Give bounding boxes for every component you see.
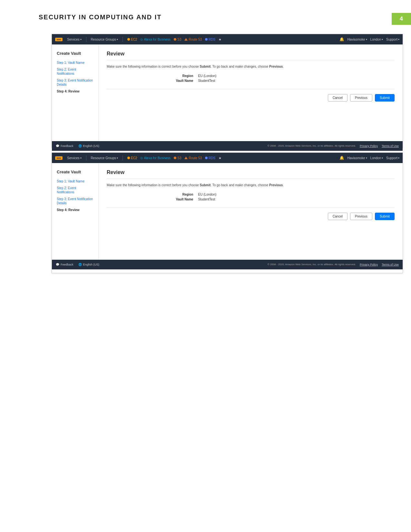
- nav-user[interactable]: Haviasmoke ▾: [347, 38, 367, 41]
- feedback-icon-2: 💬: [56, 263, 59, 266]
- privacy-policy-link[interactable]: Privacy Policy: [360, 144, 378, 148]
- ec2-icon: [127, 38, 130, 41]
- sidebar-2-step-2[interactable]: Step 2: Event Notifications: [57, 186, 93, 194]
- sidebar: Create Vault Step 1: Vault Name Step 2: …: [52, 44, 99, 141]
- sidebar-title-2: Create Vault: [57, 169, 93, 174]
- nav-separator: [86, 37, 86, 42]
- route53-icon: [184, 38, 188, 41]
- nav-bell-icon[interactable]: 🔔: [339, 37, 344, 42]
- nav-alexa-2[interactable]: ⊙ Alexa for Business: [140, 156, 171, 160]
- nav-ec2-2[interactable]: EC2: [127, 156, 137, 160]
- cancel-button[interactable]: Cancel: [328, 94, 347, 102]
- console-body-2: Create Vault Step 1: Vault Name Step 2: …: [52, 163, 403, 260]
- sidebar-step-1[interactable]: Step 1: Vault Name: [57, 61, 93, 65]
- nav-resource-groups[interactable]: Resource Groups ▾: [91, 38, 118, 41]
- footer-right-2: © 2008 - 2020, Amazon Web Services, Inc.…: [268, 263, 399, 266]
- submit-button-2[interactable]: Submit: [375, 213, 395, 220]
- nav-route53[interactable]: Route 53: [184, 38, 202, 41]
- main-content-2: Review Make sure the following informati…: [99, 163, 403, 260]
- copyright-text-2: © 2008 - 2020, Amazon Web Services, Inc.…: [268, 263, 356, 266]
- nav-ec2[interactable]: EC2: [127, 38, 137, 41]
- nav-region-2[interactable]: London ▾: [370, 156, 383, 160]
- region-label-2: Region: [164, 193, 193, 196]
- terms-of-use-link[interactable]: Terms of Use: [382, 144, 399, 148]
- footer-right: © 2008 - 2020, Amazon Web Services, Inc.…: [268, 144, 399, 148]
- nav-s3[interactable]: S3: [174, 38, 181, 41]
- nav-right: 🔔 Haviasmoke ▾ London ▾ Support ▾: [339, 37, 399, 42]
- aws-logo: aws: [55, 38, 63, 41]
- previous-button[interactable]: Previous: [350, 94, 372, 102]
- nav-support-2[interactable]: Support ▾: [386, 156, 399, 160]
- rds-icon: [205, 38, 208, 41]
- nav-sep-4: [122, 155, 123, 160]
- cancel-button-2[interactable]: Cancel: [328, 213, 347, 220]
- screenshot-block-2: aws Services ▾ Resource Groups ▾ EC2 ⊙ A…: [52, 152, 403, 273]
- console-body: Create Vault Step 1: Vault Name Step 2: …: [52, 44, 403, 141]
- sidebar-title: Create Vault: [57, 51, 93, 56]
- language-selector-2[interactable]: 🌐 English (US): [78, 263, 100, 266]
- nav-route53-2[interactable]: Route 53: [184, 156, 202, 160]
- vault-name-label: Vault Name: [164, 79, 193, 82]
- nav-services-2[interactable]: Services ▾: [67, 156, 81, 160]
- sidebar-2-step-4: Step 4: Review: [57, 208, 93, 212]
- console-footer: 💬 Feedback 🌐 English (US) © 2008 - 2020,…: [52, 141, 403, 151]
- aws-navbar: aws Services ▾ Resource Groups ▾ EC2 ⊙ A…: [52, 34, 403, 44]
- nav-sep-3: [86, 155, 86, 160]
- feedback-button-2[interactable]: 💬 Feedback: [56, 263, 73, 266]
- alexa-icon-2: ⊙: [140, 156, 143, 160]
- sidebar-2: Create Vault Step 1: Vault Name Step 2: …: [52, 163, 99, 260]
- action-buttons: Cancel Previous Submit: [107, 89, 395, 102]
- review-description: Make sure the following information is c…: [107, 64, 395, 69]
- review-title: Review: [107, 51, 395, 60]
- review-row-vault-name: Vault Name StudentTest: [164, 79, 337, 82]
- nav-alexa[interactable]: ⊙ Alexa for Business: [140, 38, 171, 41]
- alexa-icon: ⊙: [140, 38, 143, 41]
- nav-rds[interactable]: RDS: [205, 38, 215, 41]
- review-row-region: Region EU (London): [164, 74, 337, 78]
- review-table: Region EU (London) Vault Name StudentTes…: [164, 74, 337, 82]
- sidebar-2-step-3[interactable]: Step 3: Event Notification Details: [57, 197, 93, 205]
- nav-starred[interactable]: ★: [219, 38, 221, 41]
- aws-logo-2: aws: [55, 156, 63, 160]
- main-content: Review Make sure the following informati…: [99, 44, 403, 141]
- page-title: SECURITY IN COMPUTING AND IT: [39, 14, 162, 21]
- review-row-region-2: Region EU (London): [164, 193, 337, 196]
- nav-user-2[interactable]: Haviasmoke ▾: [347, 156, 367, 160]
- language-selector[interactable]: 🌐 English (US): [78, 144, 100, 148]
- review-title-2: Review: [107, 169, 395, 179]
- previous-button-2[interactable]: Previous: [350, 213, 372, 220]
- sidebar-2-step-1[interactable]: Step 1: Vault Name: [57, 179, 93, 183]
- region-value-2: EU (London): [198, 193, 217, 196]
- privacy-policy-link-2[interactable]: Privacy Policy: [360, 263, 378, 266]
- region-label: Region: [164, 74, 193, 78]
- nav-region[interactable]: London ▾: [370, 38, 383, 41]
- terms-of-use-link-2[interactable]: Terms of Use: [382, 263, 399, 266]
- aws-navbar-2: aws Services ▾ Resource Groups ▾ EC2 ⊙ A…: [52, 153, 403, 163]
- sidebar-step-2[interactable]: Step 2: Event Notifications: [57, 67, 93, 76]
- rds-icon-2: [205, 157, 208, 159]
- s3-icon-2: [174, 157, 176, 159]
- region-value: EU (London): [198, 74, 217, 78]
- feedback-button[interactable]: 💬 Feedback: [56, 144, 73, 148]
- nav-starred-2[interactable]: ★: [219, 156, 221, 160]
- nav-s3-2[interactable]: S3: [174, 156, 181, 160]
- action-buttons-2: Cancel Previous Submit: [107, 208, 395, 220]
- nav-separator-2: [122, 37, 123, 42]
- nav-right-2: 🔔 Haviasmoke ▾ London ▾ Support ▾: [339, 156, 399, 160]
- console-footer-2: 💬 Feedback 🌐 English (US) © 2008 - 2020,…: [52, 260, 403, 269]
- nav-support[interactable]: Support ▾: [386, 38, 399, 41]
- submit-button[interactable]: Submit: [375, 94, 395, 102]
- route53-icon-2: [184, 157, 188, 159]
- services-caret: ▾: [80, 38, 82, 41]
- vault-name-label-2: Vault Name: [164, 198, 193, 201]
- ec2-icon-2: [127, 157, 130, 159]
- nav-services[interactable]: Services ▾: [67, 38, 81, 41]
- review-table-2: Region EU (London) Vault Name StudentTes…: [164, 193, 337, 201]
- page-badge: 4: [392, 13, 411, 25]
- nav-resource-groups-2[interactable]: Resource Groups ▾: [91, 156, 118, 160]
- nav-rds-2[interactable]: RDS: [205, 156, 215, 160]
- nav-bell-icon-2[interactable]: 🔔: [339, 156, 344, 160]
- sidebar-step-3[interactable]: Step 3: Event Notification Details: [57, 78, 93, 87]
- review-description-2: Make sure the following information is c…: [107, 183, 395, 188]
- feedback-icon: 💬: [56, 144, 59, 148]
